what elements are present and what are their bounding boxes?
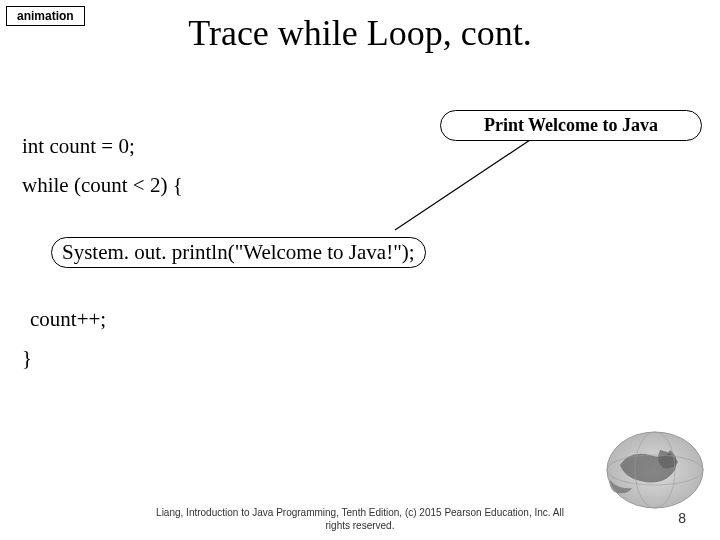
code-line-3-wrapper: System. out. println("Welcome to Java!")… [22,212,702,293]
footer-citation: Liang, Introduction to Java Programming,… [0,506,720,532]
code-line-2: while (count < 2) { [22,173,702,198]
code-block: int count = 0; while (count < 2) { Syste… [22,120,702,385]
callout-box: Print Welcome to Java [440,110,702,141]
footer-line-1: Liang, Introduction to Java Programming,… [156,507,564,518]
slide-title: Trace while Loop, cont. [0,12,720,54]
code-line-4: count++; [22,307,702,332]
footer-line-2: rights reserved. [326,520,395,531]
globe-decoration-icon [560,410,710,510]
code-line-5: } [22,346,702,371]
page-number: 8 [678,510,686,526]
highlighted-println: System. out. println("Welcome to Java!")… [51,237,426,268]
